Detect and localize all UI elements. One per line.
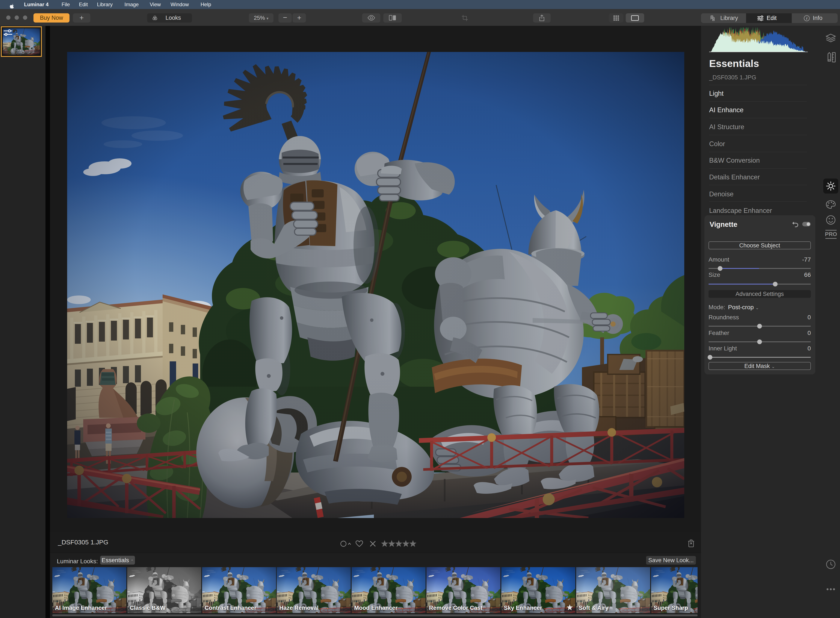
svg-text:i: i [806, 16, 807, 20]
svg-text:PRO: PRO [825, 231, 837, 237]
